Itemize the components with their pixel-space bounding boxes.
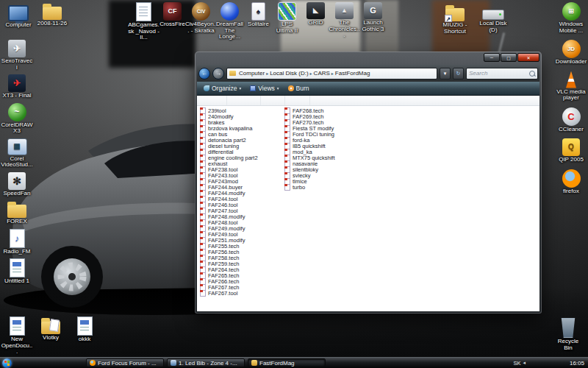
column-header[interactable] [285, 96, 310, 105]
desktop-icon[interactable]: G Launch Gothic 3 [359, 2, 387, 41]
desktop-icon[interactable]: JD Downloader [556, 40, 587, 66]
desktop-icon[interactable]: VLC media player [556, 71, 587, 102]
desktop-icon[interactable]: ✈ XT3 - Final [1, 74, 32, 99]
breadcrumb-separator-icon: ▸ [331, 71, 334, 76]
desktop-icon-image: C [562, 107, 581, 126]
forward-button[interactable]: → [212, 68, 224, 79]
desktop-icon[interactable]: Vlotky [35, 316, 66, 355]
toolbar-button[interactable]: Burn [284, 83, 315, 93]
desktop-icon-label: Civ4Beyon... - Skratka [185, 21, 218, 34]
file-list[interactable]: 239tool 240modify brakes brzdova kvapali… [197, 106, 539, 311]
toolbar-button[interactable]: Organize ▾ [200, 83, 245, 93]
desktop-icon[interactable]: New OpenDocu... [1, 316, 32, 355]
desktop-icon-image: CF [163, 2, 182, 21]
desktop-icon[interactable]: LPS Ultima II [273, 2, 301, 41]
desktop-icon-image [482, 10, 504, 20]
window-titlebar[interactable]: ─ ▢ ✕ [197, 52, 539, 65]
desktop-icon[interactable]: CIV Civ4Beyon... - Skratka [187, 2, 215, 41]
recycle-bin-image [561, 318, 576, 338]
toolbar-button[interactable]: Views ▾ [246, 83, 282, 93]
desktop-icon-image: ◣ [306, 2, 325, 19]
breadcrumb-segment[interactable]: Local Disk (D:)▸ [269, 70, 312, 77]
desktop-icons-top-row: ABCgames.sk _Navod - Il... CF CrossFire … [129, 2, 387, 41]
file-item[interactable]: FAF267.tool [200, 290, 258, 296]
desktop-icon[interactable]: ▦ Corel VideoStud... [1, 138, 32, 169]
desktop-icon[interactable]: FOREX [1, 200, 32, 225]
chevron-down-icon: ▾ [277, 86, 279, 91]
taskbar-clock[interactable]: 16:05 [570, 360, 584, 367]
desktop-icon-image: ✈ [8, 40, 26, 57]
desktop-icon[interactable]: Computer [3, 2, 34, 29]
task-button[interactable]: 1. Led Bib - Zone 4 -... [167, 358, 245, 367]
desktop-icon[interactable]: ~ CorelDRAW X3 [1, 103, 32, 135]
file-item[interactable]: turbo [284, 184, 335, 190]
tray-icon[interactable] [544, 360, 550, 366]
desktop-icon[interactable]: Untitled 1 [1, 258, 32, 285]
desktop-icon-label: CCleaner [559, 127, 584, 133]
desktop-icon[interactable]: Local Disk (D) [478, 4, 509, 35]
desktop-icon[interactable]: Q QIP 2005 [556, 138, 587, 163]
task-button[interactable]: Ford Focus Forum - ... [86, 358, 164, 367]
close-button[interactable]: ✕ [517, 53, 539, 62]
minimize-button[interactable]: ─ [484, 53, 500, 62]
back-button[interactable]: ← [198, 68, 210, 79]
quick-launch-icon[interactable] [55, 359, 63, 367]
search-input[interactable]: Search [466, 68, 538, 79]
desktop-icon-label: VLC media player [556, 89, 587, 102]
desktop-icon-image: ♠ [251, 2, 265, 21]
desktop-icon[interactable]: ⊞ Windows Mobile ... [556, 2, 587, 34]
breadcrumb-segment[interactable]: FastFordMag▸ [334, 70, 371, 77]
quick-launch-icon[interactable] [24, 359, 32, 367]
desktop-icon-image: ♪ [10, 229, 25, 248]
maximize-button[interactable]: ▢ [501, 53, 517, 62]
desktop-icon-label: firefox [563, 188, 579, 195]
desktop-icon-image [43, 7, 62, 20]
tray-icon[interactable] [528, 360, 534, 366]
refresh-button[interactable]: ↻ [453, 68, 464, 79]
breadcrumb-segment-label[interactable]: Computer [238, 70, 265, 77]
desktop-icon[interactable]: CF CrossFire [158, 2, 187, 41]
desktop-icon[interactable]: ♠ Solitaire [244, 2, 273, 41]
desktop-icon-image [41, 321, 60, 334]
quick-launch-icon[interactable] [45, 359, 53, 367]
desktop-icon[interactable]: C CCleaner [556, 107, 587, 133]
quick-launch-icon[interactable] [14, 359, 22, 367]
breadcrumb-segment-label[interactable]: Local Disk (D:) [269, 70, 309, 77]
recycle-bin-icon[interactable]: Recycle Bin [553, 318, 584, 351]
tray-icon[interactable] [560, 360, 566, 366]
tray-icon[interactable] [536, 360, 542, 366]
breadcrumb-segment[interactable]: CARS▸ [313, 70, 334, 77]
tray-icon[interactable] [552, 360, 558, 366]
desktop-icon[interactable]: MIUZIG - Shortcut [440, 4, 470, 35]
system-tray: SK ◂ 16:05 [513, 360, 586, 367]
desktop-icon[interactable]: DreamFall The Longe... [215, 2, 244, 41]
desktop-icon-image [562, 169, 581, 188]
desktop-icon[interactable]: ▲ The Chronicles... [330, 2, 359, 41]
desktop-icon[interactable]: ◣ GRID [301, 2, 330, 41]
breadcrumb[interactable]: Computer▸Local Disk (D:)▸CARS▸FastFordMa… [226, 68, 437, 79]
desktop-icon[interactable]: ✻ SpeedFan [1, 172, 32, 197]
desktop-icon-label: GRID [309, 20, 323, 26]
toolbar-button-label: Views [258, 85, 275, 92]
start-button[interactable] [2, 358, 12, 368]
task-button[interactable]: FastFordMag [248, 358, 326, 367]
desktop-icon[interactable]: 2008-11-26 [37, 2, 68, 29]
address-dropdown-button[interactable]: ▾ [440, 68, 451, 79]
breadcrumb-segment-label[interactable]: CARS [313, 70, 331, 77]
breadcrumb-segment-label[interactable]: FastFordMag [334, 70, 371, 77]
tray-expand-icon[interactable]: ◂ [523, 360, 526, 366]
desktop-icon-label: CorelDRAW X3 [1, 122, 32, 135]
desktop-icon[interactable]: firefox [556, 169, 587, 195]
language-indicator[interactable]: SK [513, 360, 520, 367]
breadcrumb-segment[interactable]: Computer▸ [238, 70, 269, 77]
desktop-icon[interactable]: ♪ Radio_FM [1, 229, 32, 255]
desktop-icon-image [220, 2, 239, 21]
column-header[interactable] [227, 96, 261, 105]
file-column-2: FAF268.tech FAF269.tech FAF270.tech Fies… [284, 107, 335, 190]
quick-launch-icon[interactable] [35, 359, 43, 367]
column-header[interactable] [197, 96, 227, 105]
column-header[interactable] [261, 96, 285, 105]
desktop-icon[interactable]: okkk [69, 316, 100, 355]
desktop-icon[interactable]: ABCgames.sk _Navod - Il... [129, 2, 158, 41]
desktop-icon[interactable]: ✈ SexoTraveci [1, 40, 32, 71]
